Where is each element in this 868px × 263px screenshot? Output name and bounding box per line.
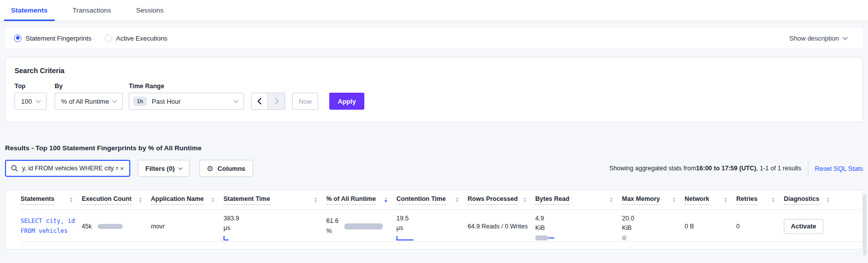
cell-pct-runtime: 61.6 % xyxy=(326,210,396,241)
sort-icon xyxy=(211,197,214,205)
results-controls-row: × Filters (0) ⚙ Columns Showing aggregat… xyxy=(5,160,863,177)
sort-icon xyxy=(523,197,526,205)
sort-icon xyxy=(70,197,73,205)
rows-processed-value: 64.9 Reads / 0 Writes xyxy=(468,223,528,230)
header-bytes-read[interactable]: Bytes Read xyxy=(535,195,622,205)
columns-button[interactable]: ⚙ Columns xyxy=(199,160,253,177)
cell-statement-time: 383.9 μs xyxy=(224,210,326,241)
network-value: 0 B xyxy=(685,223,694,230)
tab-bar: Statements Transactions Sessions xyxy=(0,0,868,21)
header-statements[interactable]: Statements xyxy=(21,195,82,205)
header-diagnostics[interactable]: Diagnostics xyxy=(784,195,862,205)
tab-transactions[interactable]: Transactions xyxy=(66,0,118,21)
view-toggle-panel: Statement Fingerprints Active Executions… xyxy=(5,28,863,48)
header-contention-time[interactable]: Contention Time xyxy=(396,195,468,205)
execution-count-bar xyxy=(98,224,123,229)
header-execution-count[interactable]: Execution Count xyxy=(82,195,151,205)
cell-diagnostics: Activate xyxy=(784,210,862,241)
stats-prefix: Showing aggregated stats from xyxy=(609,165,696,172)
by-label: By xyxy=(55,83,129,90)
scrollbar-thumb[interactable] xyxy=(863,194,866,255)
time-range-select[interactable]: 1h Past Hour xyxy=(129,93,244,110)
pct-runtime-value: 61.6 xyxy=(326,216,338,226)
time-range-label: Time Range xyxy=(129,83,251,90)
radio-label: Active Executions xyxy=(116,35,168,42)
header-max-memory[interactable]: Max Memory xyxy=(622,195,685,205)
bytes-read-unit: KiB xyxy=(535,223,554,233)
statement-time-bar xyxy=(224,236,239,240)
radio-selected-icon xyxy=(14,35,22,42)
radio-active-executions[interactable]: Active Executions xyxy=(105,35,168,42)
radio-statement-fingerprints[interactable]: Statement Fingerprints xyxy=(14,35,92,42)
cell-rows-processed: 64.9 Reads / 0 Writes xyxy=(468,210,535,241)
cell-statement: SELECT city, id FROM vehicles xyxy=(21,210,82,241)
search-criteria-title: Search Criteria xyxy=(15,67,852,75)
statement-time-unit: μs xyxy=(224,223,239,233)
application-name-value: movr xyxy=(151,223,165,230)
header-pct-of-all-runtime[interactable]: % of All Runtime xyxy=(326,195,396,205)
header-retries[interactable]: Retries xyxy=(736,195,784,205)
filters-button[interactable]: Filters (0) xyxy=(138,160,189,177)
header-application-name[interactable]: Application Name xyxy=(151,195,224,205)
top-select-value: 100 xyxy=(21,98,32,105)
header-rows-processed[interactable]: Rows Processed xyxy=(468,195,535,205)
by-select-value: % of All Runtime xyxy=(61,98,109,105)
activate-diagnostics-button[interactable]: Activate xyxy=(784,219,823,234)
cell-bytes-read: 4.9 KiB xyxy=(535,210,622,241)
header-network[interactable]: Network xyxy=(685,195,736,205)
header-statement-time[interactable]: Statement Time xyxy=(224,195,326,205)
chevron-right-icon xyxy=(274,98,279,105)
previous-time-range-button[interactable] xyxy=(251,93,268,110)
table-header-row: Statements Execution Count Application N… xyxy=(21,195,862,210)
statement-fingerprint-link[interactable]: SELECT city, id FROM vehicles xyxy=(21,216,76,235)
radio-label: Statement Fingerprints xyxy=(26,35,92,42)
pct-runtime-bar xyxy=(344,223,383,229)
retries-value: 0 xyxy=(736,223,740,230)
max-memory-value: 20.0 xyxy=(622,214,634,223)
apply-button[interactable]: Apply xyxy=(329,93,364,110)
sql-activity-page: Statements Transactions Sessions Stateme… xyxy=(0,0,868,263)
stats-time-range: 16:00 to 17:59 (UTC) xyxy=(696,165,756,172)
top-label: Top xyxy=(15,83,55,90)
chevron-down-icon xyxy=(234,98,239,103)
sort-icon xyxy=(610,197,613,205)
chevron-down-icon xyxy=(178,165,182,169)
aggregated-stats-text: Showing aggregated stats from 16:00 to 1… xyxy=(609,165,801,172)
next-time-range-button[interactable] xyxy=(268,93,285,110)
contention-time-bar xyxy=(396,236,413,240)
sort-icon xyxy=(724,197,727,205)
search-input[interactable] xyxy=(22,165,118,172)
time-range-value: Past Hour xyxy=(152,98,181,105)
time-range-arrows xyxy=(251,93,285,110)
statements-table: Statements Execution Count Application N… xyxy=(5,190,863,249)
cell-network: 0 B xyxy=(685,210,736,241)
show-description-toggle[interactable]: Show description xyxy=(789,35,854,42)
cell-retries: 0 xyxy=(736,210,784,241)
tab-statements[interactable]: Statements xyxy=(4,0,55,21)
chevron-down-icon xyxy=(36,98,41,103)
reset-sql-stats-link[interactable]: Reset SQL Stats xyxy=(815,165,863,172)
table-row: SELECT city, id FROM vehicles 45k movr 3… xyxy=(21,210,862,242)
time-range-badge: 1h xyxy=(133,97,147,106)
by-select[interactable]: % of All Runtime xyxy=(55,93,123,110)
chevron-down-icon xyxy=(112,98,117,103)
show-description-label: Show description xyxy=(789,35,839,42)
max-memory-unit: KiB xyxy=(622,223,634,233)
statement-search-box: × xyxy=(5,160,130,177)
clear-search-icon[interactable]: × xyxy=(118,165,125,172)
stats-suffix: , 1-1 of 1 results xyxy=(756,165,801,172)
execution-count-value: 45k xyxy=(82,223,92,230)
sort-icon xyxy=(314,197,317,205)
now-button[interactable]: Now xyxy=(292,93,318,110)
top-select[interactable]: 100 xyxy=(15,93,47,110)
tab-sessions[interactable]: Sessions xyxy=(129,0,171,21)
contention-time-value: 19.5 xyxy=(396,214,413,223)
cell-execution-count: 45k xyxy=(82,210,151,241)
search-criteria-panel: Search Criteria Top 100 By % of All Runt… xyxy=(5,57,863,122)
sort-icon xyxy=(772,197,775,205)
chevron-left-icon xyxy=(257,98,262,105)
sort-icon xyxy=(673,197,676,205)
chevron-down-icon xyxy=(843,35,848,40)
columns-label: Columns xyxy=(218,165,246,172)
sort-desc-icon xyxy=(384,197,387,205)
